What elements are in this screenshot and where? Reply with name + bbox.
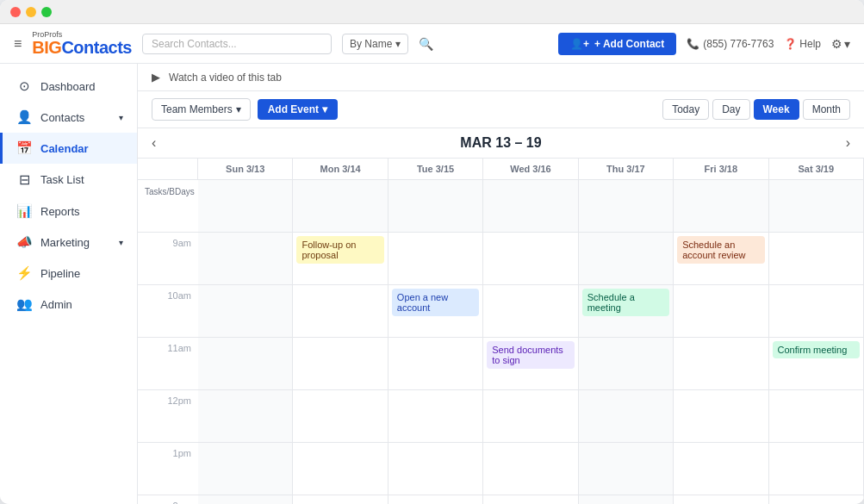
- cell-12pm-thu[interactable]: [579, 390, 674, 442]
- cell-9am-thu[interactable]: [579, 233, 674, 284]
- tasks-cell-wed[interactable]: [483, 180, 578, 232]
- cell-9am-sun[interactable]: [198, 233, 293, 284]
- day-header-wed: Wed 3/16: [483, 159, 578, 179]
- cell-1pm-thu[interactable]: [579, 443, 674, 495]
- cell-11am-thu[interactable]: [579, 338, 674, 389]
- event-confirm-meeting[interactable]: Confirm meeting: [773, 341, 860, 358]
- cell-11am-tue[interactable]: [388, 338, 483, 389]
- cell-10am-sun[interactable]: [198, 285, 293, 337]
- today-button[interactable]: Today: [662, 99, 709, 120]
- cell-9am-wed[interactable]: [483, 233, 578, 284]
- sidebar-item-contacts[interactable]: 👤 Contacts ▾: [0, 102, 137, 133]
- day-header-fri: Fri 3/18: [674, 159, 768, 179]
- next-week-arrow[interactable]: ›: [846, 135, 850, 151]
- close-dot[interactable]: [10, 7, 21, 17]
- cell-1pm-tue[interactable]: [388, 443, 483, 495]
- time-row-9am: 9am Follow-up on proposal Schedule an ac…: [138, 233, 864, 285]
- calendar-icon: 📅: [16, 140, 32, 156]
- cell-9am-mon[interactable]: Follow-up on proposal: [293, 233, 388, 284]
- watch-video-label[interactable]: Watch a video of this tab: [169, 72, 282, 84]
- sidebar-item-reports[interactable]: 📊 Reports: [0, 196, 137, 227]
- cell-1pm-sat[interactable]: [769, 443, 864, 495]
- phone-icon: 📞: [687, 38, 699, 50]
- cell-11am-mon[interactable]: [293, 338, 388, 389]
- cell-10am-sat[interactable]: [769, 285, 864, 337]
- minimize-dot[interactable]: [26, 7, 36, 17]
- sidebar-item-calendar[interactable]: 📅 Calendar: [0, 133, 137, 164]
- cell-10am-wed[interactable]: [483, 285, 578, 337]
- week-button[interactable]: Week: [754, 99, 799, 120]
- cell-2pm-tue[interactable]: [388, 495, 483, 504]
- cell-10am-fri[interactable]: [674, 285, 768, 337]
- cell-2pm-fri[interactable]: [674, 495, 768, 504]
- sidebar-item-pipeline[interactable]: ⚡ Pipeline: [0, 258, 137, 289]
- time-row-11am: 11am Send documents to sign Confirm meet…: [138, 338, 864, 390]
- cell-1pm-mon[interactable]: [293, 443, 388, 495]
- cell-11am-sat[interactable]: Confirm meeting: [769, 338, 864, 389]
- cell-12pm-fri[interactable]: [674, 390, 768, 442]
- calendar-grid: Sun 3/13 Mon 3/14 Tue 3/15 Wed 3/16 Thu …: [138, 159, 864, 504]
- event-open-account[interactable]: Open a new account: [392, 289, 479, 316]
- event-schedule-meeting[interactable]: Schedule a meeting: [582, 289, 669, 316]
- tasks-cell-sun[interactable]: [198, 180, 293, 232]
- tasks-cell-fri[interactable]: [674, 180, 768, 232]
- add-contact-button[interactable]: 👤+ + Add Contact: [558, 33, 676, 55]
- cell-9am-tue[interactable]: [388, 233, 483, 284]
- sidebar-item-tasklist[interactable]: ⊟ Task List: [0, 164, 137, 196]
- cell-12pm-wed[interactable]: [483, 390, 578, 442]
- cell-10am-mon[interactable]: [293, 285, 388, 337]
- event-follow-up[interactable]: Follow-up on proposal: [296, 236, 383, 264]
- event-account-review[interactable]: Schedule an account review: [677, 236, 764, 264]
- cell-2pm-sun[interactable]: [198, 495, 293, 504]
- time-header: [138, 159, 198, 179]
- cell-9am-fri[interactable]: Schedule an account review: [674, 233, 768, 284]
- tasks-cell-tue[interactable]: [388, 180, 483, 232]
- add-event-button[interactable]: Add Event ▾: [258, 99, 338, 120]
- view-buttons: Today Day Week Month: [662, 99, 850, 120]
- search-input[interactable]: [152, 38, 322, 50]
- help-button[interactable]: ❓ Help: [784, 38, 821, 50]
- cell-12pm-tue[interactable]: [388, 390, 483, 442]
- cell-2pm-mon[interactable]: [293, 495, 388, 504]
- expand-dot[interactable]: [41, 7, 52, 17]
- cell-10am-tue[interactable]: Open a new account: [388, 285, 483, 337]
- sidebar-item-dashboard[interactable]: ⊙ Dashboard: [0, 71, 137, 102]
- cell-2pm-thu[interactable]: [579, 495, 674, 504]
- cell-1pm-wed[interactable]: [483, 443, 578, 495]
- cell-11am-wed[interactable]: Send documents to sign: [483, 338, 578, 389]
- cell-2pm-wed[interactable]: [483, 495, 578, 504]
- team-members-button[interactable]: Team Members ▾: [152, 98, 251, 121]
- cell-9am-sat[interactable]: [769, 233, 864, 284]
- tasks-cell-mon[interactable]: [293, 180, 388, 232]
- watch-video-bar: ▶ Watch a video of this tab: [138, 64, 864, 91]
- menu-icon[interactable]: ≡: [14, 36, 22, 52]
- month-button[interactable]: Month: [803, 99, 850, 120]
- cell-10am-thu[interactable]: Schedule a meeting: [579, 285, 674, 337]
- gear-arrow: ▾: [844, 37, 850, 51]
- cell-12pm-mon[interactable]: [293, 390, 388, 442]
- sidebar-item-marketing[interactable]: 📣 Marketing ▾: [0, 227, 137, 258]
- by-name-dropdown[interactable]: By Name ▾: [342, 34, 408, 54]
- calendar-range-title: MAR 13 – 19: [460, 135, 541, 151]
- titlebar: [0, 0, 864, 24]
- event-send-documents[interactable]: Send documents to sign: [487, 341, 574, 369]
- settings-button[interactable]: ⚙ ▾: [831, 37, 850, 51]
- sidebar-item-label: Contacts: [40, 111, 84, 124]
- tasks-cell-thu[interactable]: [579, 180, 674, 232]
- prev-week-arrow[interactable]: ‹: [152, 135, 156, 151]
- cell-11am-sun[interactable]: [198, 338, 293, 389]
- tasks-cell-sat[interactable]: [769, 180, 864, 232]
- reports-icon: 📊: [16, 203, 32, 219]
- cell-1pm-fri[interactable]: [674, 443, 768, 495]
- cell-12pm-sat[interactable]: [769, 390, 864, 442]
- by-name-label: By Name: [350, 38, 392, 50]
- sidebar-item-admin[interactable]: 👥 Admin: [0, 289, 137, 320]
- search-icon[interactable]: 🔍: [419, 37, 433, 51]
- cell-12pm-sun[interactable]: [198, 390, 293, 442]
- day-button[interactable]: Day: [712, 99, 749, 120]
- logo-text: BIGContacts: [32, 39, 132, 56]
- cell-2pm-sat[interactable]: [769, 495, 864, 504]
- cell-11am-fri[interactable]: [674, 338, 768, 389]
- search-bar[interactable]: [142, 34, 332, 54]
- cell-1pm-sun[interactable]: [198, 443, 293, 495]
